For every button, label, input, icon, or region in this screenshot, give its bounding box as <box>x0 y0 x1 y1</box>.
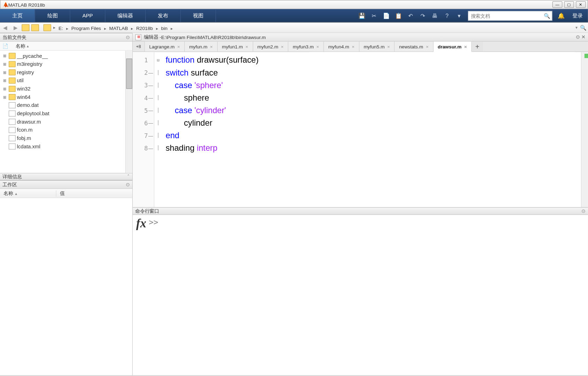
breadcrumb-item[interactable]: R2018b <box>134 25 155 31</box>
file-item[interactable]: ⊞m3iregistry <box>0 60 132 68</box>
paste-icon[interactable]: 📋 <box>394 11 403 20</box>
code-line[interactable]: function drawsur(surface) <box>165 54 577 66</box>
expand-icon[interactable]: ⊞ <box>2 62 7 66</box>
code-line[interactable]: case 'cylinder' <box>165 104 577 117</box>
help-icon[interactable]: ? <box>442 11 452 20</box>
editor-tab[interactable]: myfun1.m× <box>218 41 253 52</box>
panel-close-icon[interactable]: ✕ <box>581 34 585 40</box>
editor-header-prefix: 编辑器 - <box>144 34 161 40</box>
tab-overflow-indicator[interactable]: +8 <box>133 41 145 52</box>
editor-tab[interactable]: myfun4.m× <box>324 41 359 52</box>
editor-tab[interactable]: myfun2.m× <box>253 41 288 52</box>
code-line[interactable]: cylinder <box>165 117 577 129</box>
file-item[interactable]: demo.dat <box>0 101 132 109</box>
browse-folder-button[interactable] <box>31 24 39 31</box>
copy-icon[interactable]: 📄 <box>381 11 391 20</box>
minimize-button[interactable]: — <box>552 1 563 8</box>
fx-icon[interactable]: fx <box>136 218 146 373</box>
code-line[interactable]: sphere <box>165 92 577 104</box>
redo-icon[interactable]: ↷ <box>418 11 427 20</box>
panel-menu-icon[interactable]: ⊙ <box>126 34 130 40</box>
close-tab-icon[interactable]: × <box>426 44 428 49</box>
editor-tab[interactable]: drawsur.m× <box>433 41 472 52</box>
editor-tab[interactable]: myfun3.m× <box>288 41 324 52</box>
file-name: util <box>17 77 24 83</box>
breadcrumb-item[interactable]: Program Files <box>70 25 103 31</box>
file-item[interactable]: deploytool.bat <box>0 109 132 118</box>
close-tab-icon[interactable]: × <box>464 44 467 49</box>
login-button[interactable]: 登录 <box>567 9 588 22</box>
name-column-header[interactable]: 名称 <box>16 43 25 49</box>
maximize-button[interactable]: ▢ <box>564 1 574 8</box>
close-tab-icon[interactable]: × <box>177 44 180 49</box>
expand-icon[interactable]: ⊞ <box>2 86 7 91</box>
editor-tab[interactable]: Lagrange.m× <box>145 41 185 52</box>
notification-icon[interactable]: 🔔 <box>556 11 566 20</box>
editor-tab[interactable]: newstats.m× <box>395 41 433 52</box>
doc-search-input[interactable] <box>468 13 542 18</box>
file-item[interactable]: ⊞win32 <box>0 85 132 93</box>
editor-scrollbar[interactable] <box>581 52 588 207</box>
doc-search[interactable]: 🔍 <box>468 11 552 21</box>
code-line[interactable]: case 'sphere' <box>165 79 577 92</box>
close-tab-icon[interactable]: × <box>316 44 319 49</box>
toolstrip-tab[interactable]: 主页 <box>0 9 35 22</box>
code-line[interactable]: shading interp <box>165 142 577 154</box>
expand-icon[interactable]: ˄ <box>127 174 130 179</box>
toolstrip-tab[interactable]: 绘图 <box>35 9 70 22</box>
code-line[interactable]: end <box>165 129 577 142</box>
file-item[interactable]: fobj.m <box>0 134 132 142</box>
close-tab-icon[interactable]: × <box>210 44 213 49</box>
code-line[interactable]: switch surface <box>165 66 577 79</box>
search-icon[interactable]: 🔍 <box>542 13 552 19</box>
back-button[interactable]: ◀ <box>1 24 9 31</box>
file-item[interactable]: lcdata.xml <box>0 142 132 150</box>
file-scrollbar[interactable] <box>125 51 132 173</box>
breadcrumb-item[interactable]: E: <box>57 25 65 31</box>
file-item[interactable]: ⊞win64 <box>0 93 132 101</box>
file-name: fobj.m <box>17 135 31 141</box>
expand-icon[interactable]: ⊞ <box>2 78 7 83</box>
close-tab-icon[interactable]: × <box>387 44 390 49</box>
toolstrip-tab[interactable]: 编辑器 <box>105 9 146 22</box>
breadcrumb-item[interactable]: MATLAB <box>108 25 130 31</box>
panel-menu-icon[interactable]: ⊙ <box>581 208 585 214</box>
file-name: win32 <box>17 86 31 92</box>
details-header[interactable]: 详细信息 ˄ <box>0 173 132 180</box>
file-list-header[interactable]: 📄 名称 ▲ <box>0 41 132 50</box>
toolstrip-tab[interactable]: 发布 <box>146 9 181 22</box>
dropdown-icon[interactable]: ▾ <box>454 11 464 20</box>
expand-icon[interactable]: ⊞ <box>2 95 7 99</box>
save-icon[interactable]: 💾 <box>357 11 367 20</box>
new-tab-button[interactable]: + <box>472 41 483 52</box>
workspace-name-col[interactable]: 名称 ▲ <box>0 190 56 197</box>
forward-button[interactable]: ▶ <box>11 24 20 31</box>
panel-menu-icon[interactable]: ⊙ <box>126 182 130 187</box>
up-folder-button[interactable] <box>22 24 29 31</box>
panel-menu-icon[interactable]: ⊙ <box>576 34 580 40</box>
close-tab-icon[interactable]: × <box>281 44 284 49</box>
fold-marker[interactable]: ⊟ <box>154 54 162 66</box>
file-item[interactable]: drawsur.m <box>0 117 132 126</box>
close-tab-icon[interactable]: × <box>246 44 248 49</box>
toolstrip-tab[interactable]: APP <box>70 9 106 22</box>
file-item[interactable]: ⊞__pycache__ <box>0 52 132 60</box>
command-window[interactable]: fx >> <box>133 215 588 375</box>
cut-icon[interactable]: ✂ <box>369 11 379 20</box>
undo-icon[interactable]: ↶ <box>406 11 415 20</box>
close-button[interactable]: ✕ <box>576 1 586 8</box>
file-item[interactable]: ⊞util <box>0 76 132 85</box>
file-item[interactable]: fcon.m <box>0 126 132 134</box>
code-editor[interactable]: 12—3—4—5—6—7—8— ⊟│││││││ function drawsu… <box>133 52 588 207</box>
breadcrumb-item[interactable]: bin <box>160 25 169 31</box>
expand-icon[interactable]: ⊞ <box>2 54 7 58</box>
editor-tab[interactable]: myfun5.m× <box>359 41 395 52</box>
editor-tab[interactable]: myfun.m× <box>185 41 217 52</box>
toolstrip-tab[interactable]: 视图 <box>181 9 216 22</box>
expand-icon[interactable]: ⊞ <box>2 70 7 74</box>
close-tab-icon[interactable]: × <box>352 44 355 49</box>
path-search-icon[interactable]: 🔍 <box>578 24 588 30</box>
file-item[interactable]: ⊞registry <box>0 68 132 76</box>
workspace-value-col[interactable]: 值 <box>56 190 65 197</box>
print-icon[interactable]: 🖶 <box>430 11 440 20</box>
